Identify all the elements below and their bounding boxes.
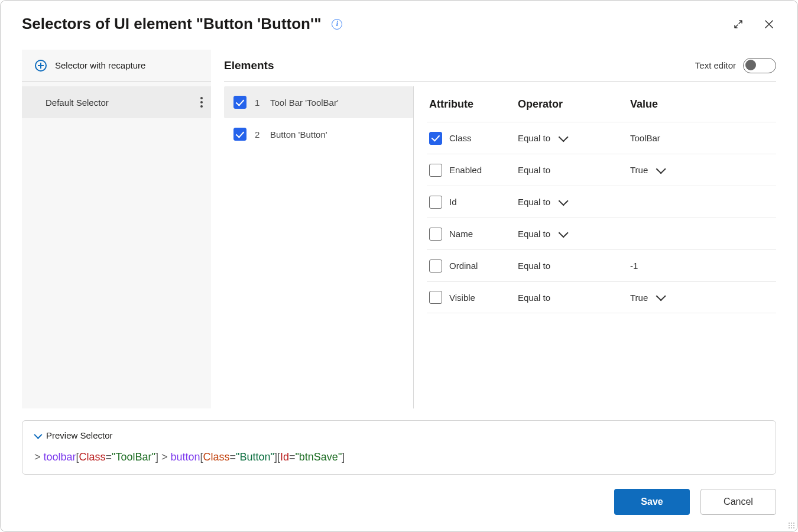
value-cell[interactable]: ToolBar <box>630 133 774 143</box>
text-editor-toggle[interactable] <box>743 58 776 73</box>
operator-value: Equal to <box>518 197 550 207</box>
element-checkbox[interactable] <box>233 128 246 141</box>
chevron-down-icon <box>34 430 42 439</box>
element-row[interactable]: 1Tool Bar 'ToolBar' <box>224 86 413 118</box>
element-index: 1 <box>255 98 262 108</box>
attribute-name: Class <box>449 133 472 143</box>
footer: Save Cancel <box>1 475 797 531</box>
cancel-button[interactable]: Cancel <box>700 489 776 515</box>
text-editor-toggle-group: Text editor <box>695 58 776 73</box>
code-token: > <box>34 451 44 463</box>
code-token: Class <box>203 451 230 463</box>
chevron-down-icon <box>559 132 569 142</box>
code-token: = <box>289 451 296 463</box>
code-token: "btnSave" <box>295 451 342 463</box>
expand-icon[interactable] <box>731 17 745 31</box>
main-header: Elements Text editor <box>224 50 776 82</box>
col-operator: Operator <box>518 98 630 111</box>
columns: 1Tool Bar 'ToolBar'2Button 'Button' Attr… <box>224 82 776 408</box>
code-token: ] <box>342 451 345 463</box>
info-icon[interactable]: i <box>332 19 342 30</box>
preview-toggle[interactable]: Preview Selector <box>34 430 764 440</box>
add-selector-button[interactable]: Selector with recapture <box>22 50 211 82</box>
value-cell[interactable]: True <box>630 165 774 175</box>
operator-dropdown[interactable]: Equal to <box>518 165 630 175</box>
operator-value: Equal to <box>518 293 550 303</box>
code-token: "ToolBar" <box>112 451 155 463</box>
attribute-value: True <box>630 165 648 175</box>
preview-heading: Preview Selector <box>46 430 113 440</box>
toggle-knob <box>745 60 756 70</box>
col-value: Value <box>630 98 774 111</box>
main-panel: Elements Text editor 1Tool Bar 'ToolBar'… <box>224 50 776 408</box>
selector-builder-window: Selectors of UI element "Button 'Button'… <box>0 0 798 532</box>
operator-value: Equal to <box>518 133 550 143</box>
operator-dropdown[interactable]: Equal to <box>518 133 630 143</box>
attribute-checkbox[interactable] <box>429 164 442 177</box>
chevron-down-icon <box>656 291 666 301</box>
attribute-name: Visible <box>449 293 475 303</box>
attribute-checkbox[interactable] <box>429 259 442 273</box>
attribute-value: -1 <box>630 261 638 271</box>
operator-value: Equal to <box>518 229 550 239</box>
attributes-panel: Attribute Operator Value ClassEqual toTo… <box>413 86 776 408</box>
cancel-button-label: Cancel <box>724 497 753 507</box>
attribute-row: EnabledEqual toTrue <box>427 154 776 186</box>
code-token: "Button" <box>236 451 274 463</box>
code-token: = <box>106 451 112 463</box>
code-token: = <box>230 451 236 463</box>
code-token: toolbar <box>44 451 76 463</box>
attribute-name: Name <box>449 229 473 239</box>
element-label: Tool Bar 'ToolBar' <box>270 98 339 108</box>
attributes-header-row: Attribute Operator Value <box>427 86 776 122</box>
attribute-checkbox[interactable] <box>429 196 442 209</box>
close-icon[interactable] <box>762 17 776 31</box>
value-cell[interactable]: -1 <box>630 261 774 271</box>
save-button[interactable]: Save <box>614 489 690 515</box>
attribute-row: VisibleEqual toTrue <box>427 281 776 313</box>
chevron-down-icon <box>656 164 666 174</box>
element-checkbox[interactable] <box>233 96 246 109</box>
preview-code: > toolbar[Class="ToolBar"] > button[Clas… <box>34 451 764 463</box>
code-token: Class <box>79 451 106 463</box>
save-button-label: Save <box>641 497 663 507</box>
attribute-checkbox[interactable] <box>429 291 442 304</box>
operator-dropdown[interactable]: Equal to <box>518 197 630 207</box>
element-label: Button 'Button' <box>270 129 327 140</box>
plus-circle-icon <box>35 60 47 72</box>
attribute-row: ClassEqual toToolBar <box>427 122 776 154</box>
chevron-down-icon <box>559 196 569 206</box>
code-token: button <box>170 451 200 463</box>
sidebar-item-label: Default Selector <box>46 98 109 108</box>
text-editor-label: Text editor <box>695 60 736 70</box>
operator-dropdown[interactable]: Equal to <box>518 229 630 239</box>
attribute-row: OrdinalEqual to-1 <box>427 249 776 281</box>
value-cell[interactable]: True <box>630 293 774 303</box>
attribute-name: Ordinal <box>449 261 478 271</box>
title-actions <box>731 17 776 31</box>
selectors-list: Default Selector <box>22 82 211 118</box>
elements-heading: Elements <box>224 59 274 72</box>
element-row[interactable]: 2Button 'Button' <box>224 118 413 150</box>
operator-dropdown[interactable]: Equal to <box>518 293 630 303</box>
attribute-row: NameEqual to <box>427 218 776 249</box>
kebab-menu-icon[interactable] <box>196 92 207 112</box>
sidebar-item-selector[interactable]: Default Selector <box>22 86 211 118</box>
attributes-table: Attribute Operator Value ClassEqual toTo… <box>427 86 776 313</box>
chevron-down-icon <box>559 228 569 238</box>
attribute-value: ToolBar <box>630 133 660 143</box>
element-index: 2 <box>255 129 262 140</box>
selectors-sidebar: Selector with recapture Default Selector <box>22 50 211 408</box>
attribute-name: Enabled <box>449 165 482 175</box>
attribute-checkbox[interactable] <box>429 132 442 145</box>
preview-selector-panel: Preview Selector > toolbar[Class="ToolBa… <box>22 420 776 475</box>
code-token: Id <box>280 451 289 463</box>
resize-grip-icon[interactable] <box>788 522 795 529</box>
attribute-value: True <box>630 293 648 303</box>
elements-list: 1Tool Bar 'ToolBar'2Button 'Button' <box>224 86 413 408</box>
window-title: Selectors of UI element "Button 'Button'… <box>22 15 321 33</box>
attribute-name: Id <box>449 197 457 207</box>
attribute-checkbox[interactable] <box>429 228 442 241</box>
attribute-row: IdEqual to <box>427 186 776 218</box>
operator-dropdown[interactable]: Equal to <box>518 261 630 271</box>
